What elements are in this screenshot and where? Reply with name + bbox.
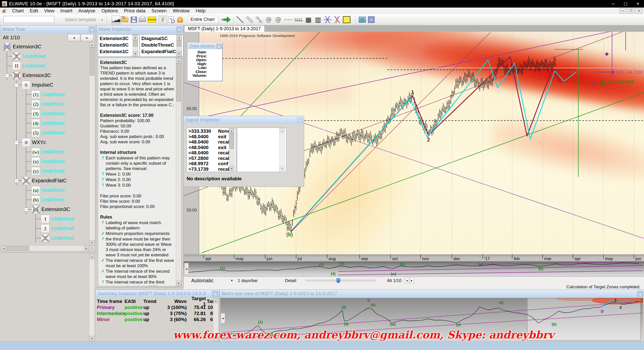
signal-item[interactable]: >57.2800recalc <box>188 156 236 161</box>
fib-table-tool[interactable]: ▥ <box>314 16 322 24</box>
new-chart-button[interactable]: ▁▃▅ <box>112 16 120 24</box>
wave-inspector-close-icon[interactable]: x <box>176 26 182 32</box>
save-button[interactable] <box>130 16 138 24</box>
wave-tree-node[interactable]: –(c)Extension3C <box>1 205 89 214</box>
wave-tree-node[interactable]: 2Undefined <box>1 224 89 233</box>
alert-bell-button[interactable] <box>176 16 184 24</box>
signal-item[interactable]: <48.0400recalc <box>188 150 236 156</box>
tree-collapse-icon[interactable]: – <box>15 179 19 183</box>
signal-item[interactable]: >333.3330None <box>188 128 236 134</box>
close-button[interactable]: ✕ <box>632 0 644 8</box>
signal-inspector-close-icon[interactable]: x <box>297 117 303 123</box>
parallel-lines-tool[interactable] <box>246 16 254 24</box>
birdseye-titlebar[interactable]: Bird's-eye view of MSFT (Daily) 1-9-2013… <box>220 290 644 297</box>
range-selector[interactable]: Entire Chart▼ <box>188 16 218 23</box>
menu-price-data[interactable]: Price data <box>121 8 149 14</box>
template-input[interactable] <box>4 16 54 23</box>
wave-tree-node[interactable]: IIUndefined <box>1 61 89 71</box>
tree-collapse-icon[interactable]: – <box>5 74 9 78</box>
wave-tree-node[interactable]: –①ImpulseC <box>1 80 89 90</box>
horizontal-line-tool[interactable] <box>284 16 292 24</box>
signal-item[interactable]: <48.0400exit <box>188 145 236 150</box>
wave-tree-hscrollbar[interactable]: ◄ ► <box>1 246 89 251</box>
wave-tree-node[interactable]: –IIIExtension3C <box>1 71 89 80</box>
signal-list[interactable]: >333.3330None>48.0400exit>48.0400recalc<… <box>187 128 236 172</box>
wave-tree-node[interactable]: –③ExpandedFlatC <box>1 176 89 186</box>
menu-help[interactable]: Help <box>193 8 209 14</box>
description-scrollbar[interactable]: ▲ ▼ <box>176 58 181 286</box>
mdi-restore-icon[interactable]: ❐ <box>627 8 634 14</box>
signal-detail-list[interactable] <box>237 128 286 172</box>
wave-tree-node[interactable]: (b)Undefined <box>1 195 89 205</box>
pitchfork-tool[interactable] <box>333 16 341 24</box>
menu-edit[interactable]: Edit <box>27 8 41 14</box>
wave-tree-node[interactable]: (a)Undefined <box>1 186 89 195</box>
tree-collapse-icon[interactable]: – <box>24 207 28 212</box>
tree-collapse-icon[interactable]: – <box>15 83 19 87</box>
data-window-titlebar[interactable]: Data window x <box>188 43 222 49</box>
tree-collapse-icon[interactable]: – <box>15 141 19 145</box>
wave-tree-node[interactable]: (x)Undefined <box>1 157 89 166</box>
summary-row[interactable]: Minorpositiveup3 (60%)66.2669. <box>97 317 213 323</box>
signal-item[interactable]: >48.0400recalc <box>188 139 236 145</box>
wave-tree-node[interactable]: IUndefined <box>1 52 89 61</box>
wave-tree-node[interactable]: (3)Undefined <box>1 109 89 119</box>
wave-tree-titlebar[interactable]: Wave Tree x <box>0 25 96 33</box>
wave-inspector-titlebar[interactable]: Wave Inspector x <box>96 25 183 33</box>
template-dropdown-icon[interactable]: ▼ <box>101 18 104 22</box>
fib-grid-tool[interactable]: ▦ <box>304 16 312 24</box>
analyse-lightning-button[interactable] <box>158 16 167 24</box>
mode-selector[interactable]: Automatic <box>191 278 214 284</box>
signal-item[interactable]: >73.1739conf <box>188 172 236 172</box>
summary-close-icon[interactable]: x <box>212 291 218 297</box>
summary-row[interactable]: Intermediatepositiveup3 (75%)72.8189. <box>97 310 213 317</box>
menu-view[interactable]: View <box>41 8 57 14</box>
detail-slider[interactable] <box>306 280 376 281</box>
left-pane-vscrollbar[interactable]: ▲ ▼ <box>89 254 95 341</box>
menu-options[interactable]: Options <box>98 8 121 14</box>
mdi-minimize-icon[interactable]: — <box>619 8 626 14</box>
save-data-button[interactable]: H <box>367 16 375 24</box>
print-button[interactable] <box>138 16 146 24</box>
wave-tree-node[interactable]: 1Undefined <box>1 214 89 224</box>
pattern-list-right-scrollbar[interactable]: ▲ ▼ <box>176 35 182 56</box>
detail-slider-thumb[interactable] <box>337 278 340 282</box>
wave-tree-node[interactable]: (w)Undefined <box>1 147 89 157</box>
mdi-close-icon[interactable]: ✕ <box>635 8 642 14</box>
birdseye-close-icon[interactable]: x <box>637 291 643 297</box>
signal-list-scrollbar[interactable]: ▲ ▼ <box>229 128 234 171</box>
menu-chart[interactable]: Chart <box>9 8 27 14</box>
refresh-data-button[interactable]: ⟳ <box>358 16 366 24</box>
go-arrow-button[interactable] <box>223 16 231 24</box>
price-chart[interactable]: 1995-2016 Prognosis Software Development… <box>184 32 644 254</box>
v-channel-tool[interactable] <box>324 16 332 24</box>
data-window-close-icon[interactable]: x <box>216 44 221 49</box>
alt-next-small-button[interactable]: ► <box>409 277 414 284</box>
signal-item[interactable]: >68.9972conf <box>188 161 236 166</box>
spiral-small-tool[interactable]: @ <box>274 16 282 24</box>
minimize-button[interactable]: — <box>607 0 619 8</box>
summary-row[interactable]: Primarypositiveup3 (100%)75.41103. <box>97 304 213 310</box>
pattern-list-left-scrollbar[interactable]: ▲ ▼ <box>133 35 138 56</box>
wave-tree-node[interactable]: –②WXYc <box>1 138 89 147</box>
fan-lines-tool[interactable] <box>255 16 263 24</box>
trendline-tool[interactable] <box>236 16 244 24</box>
wave-tree-node[interactable]: (O)Extension3C <box>1 42 89 52</box>
menu-insert[interactable]: Insert <box>57 8 75 14</box>
wave-tree-node[interactable]: (y)Undefined <box>1 166 89 176</box>
signal-item[interactable]: >48.0400exit <box>188 134 236 139</box>
wave-tree-node[interactable]: (2)Undefined <box>1 99 89 109</box>
navigator-left-arrow[interactable]: ◄ <box>184 263 189 275</box>
wave-tree-node[interactable]: (4)Undefined <box>1 119 89 128</box>
wave-tree-vscrollbar[interactable]: ▲ ▼ <box>89 42 95 246</box>
alt-prev-button[interactable]: ◄ <box>68 34 80 41</box>
wave-tree-node[interactable]: (1)Undefined <box>1 90 89 99</box>
spiral-tool[interactable]: @ <box>265 16 273 24</box>
menu-screen[interactable]: Screen <box>148 8 170 14</box>
wave-tree-close-icon[interactable]: x <box>89 26 95 32</box>
menu-window[interactable]: Window <box>170 8 193 14</box>
measure-tool[interactable] <box>295 16 303 24</box>
explain-button[interactable]: Explain <box>148 16 156 24</box>
chart-navigator[interactable]: (1)(3)(5)(4)(w)(x)(a)(b) <box>184 261 644 276</box>
wave-tree-node[interactable]: (5)Undefined <box>1 128 89 138</box>
